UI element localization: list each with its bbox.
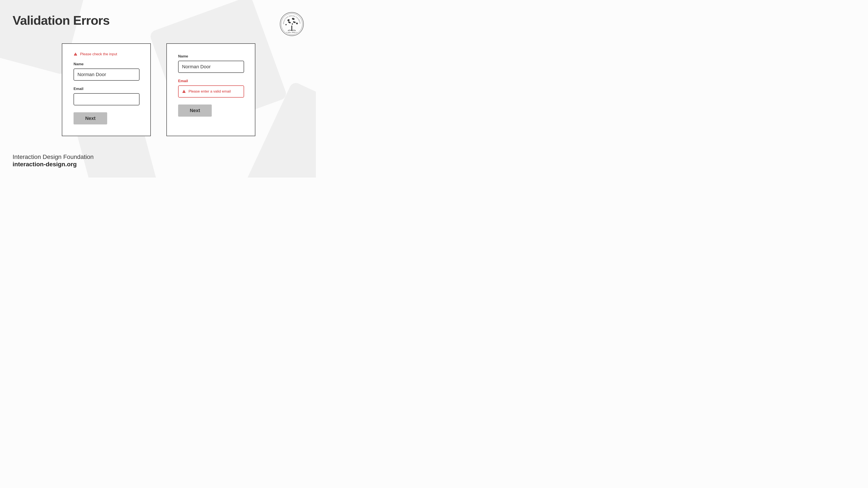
name-field-label: Name	[178, 54, 244, 59]
form-example-inline-error: Name Norman Door Email Please enter a va…	[166, 43, 255, 136]
error-message-text: Please check the input	[80, 52, 117, 56]
footer-org-name: Interaction Design Foundation	[12, 154, 94, 160]
name-input[interactable]: Norman Door	[73, 68, 140, 80]
next-button[interactable]: Next	[178, 104, 212, 117]
form-example-generic-error: Please check the input Name Norman Door …	[62, 43, 151, 136]
svg-rect-3	[291, 26, 292, 31]
svg-rect-19	[75, 54, 76, 55]
svg-rect-20	[75, 55, 76, 55]
next-button[interactable]: Next	[73, 112, 107, 124]
email-field-label-error: Email	[178, 79, 244, 83]
name-input[interactable]: Norman Door	[178, 61, 244, 73]
email-input-error[interactable]: Please enter a valid email	[178, 86, 244, 98]
inline-error-text: Please enter a valid email	[188, 89, 231, 94]
page-title: Validation Errors	[12, 13, 110, 28]
warning-icon	[73, 52, 78, 56]
svg-rect-14	[296, 23, 298, 24]
svg-rect-15	[285, 24, 287, 25]
email-input[interactable]	[73, 93, 140, 105]
email-field-label: Email	[73, 87, 139, 91]
forms-comparison-container: Please check the input Name Norman Door …	[62, 43, 255, 136]
name-field-label: Name	[73, 62, 139, 66]
svg-rect-5	[288, 19, 290, 21]
idf-logo: INTERACTION DESIGN FOUNDATION Est. 2002	[280, 12, 304, 36]
form-error-banner: Please check the input	[73, 52, 139, 56]
svg-rect-13	[291, 23, 293, 25]
footer-url: interaction-design.org	[12, 161, 94, 168]
footer-attribution: Interaction Design Foundation interactio…	[12, 154, 94, 168]
svg-text:Est. 2002: Est. 2002	[288, 31, 295, 33]
svg-rect-21	[184, 91, 184, 92]
warning-icon	[182, 90, 186, 93]
svg-rect-22	[184, 92, 184, 93]
